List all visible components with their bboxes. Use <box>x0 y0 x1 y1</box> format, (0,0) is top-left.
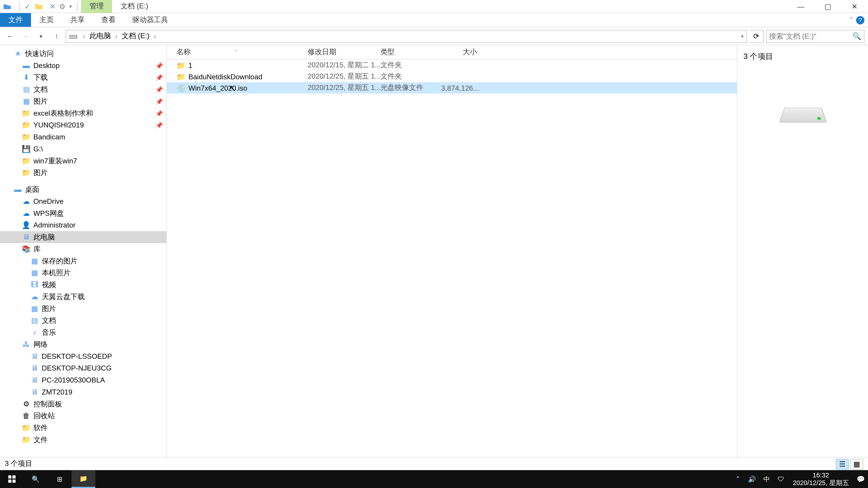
explorer-taskbar-button[interactable]: 📁 <box>71 470 95 488</box>
search-button[interactable]: 🔍 <box>24 470 48 488</box>
action-center-icon[interactable]: 💬 <box>854 470 868 488</box>
start-button[interactable] <box>0 470 24 488</box>
folder-icon: 📁 <box>22 108 31 118</box>
nav-tianyi[interactable]: ☁天翼云盘下载 <box>0 291 166 303</box>
tab-file[interactable]: 文件 <box>0 13 31 27</box>
svg-rect-0 <box>70 35 77 38</box>
nav-thispc[interactable]: 🖥此电脑 <box>0 231 166 243</box>
search-input[interactable] <box>769 32 862 40</box>
nav-videos[interactable]: 🎞视频 <box>0 279 166 291</box>
nav-admin[interactable]: 👤Administrator <box>0 219 166 231</box>
address-dropdown-icon[interactable]: ▾ <box>741 33 744 39</box>
nav-gdrive[interactable]: 💾G:\ <box>0 143 166 155</box>
minimize-button[interactable]: — <box>787 0 814 13</box>
qat-checkbox-icon[interactable]: ✓ <box>24 2 30 10</box>
search-box[interactable]: 🔍 <box>766 30 864 43</box>
nav-libraries[interactable]: 📚库 <box>0 243 166 255</box>
crumb-drive[interactable]: 文档 (E:) <box>120 30 151 42</box>
breadcrumb[interactable]: › 此电脑 › 文档 (E:) › ▾ <box>66 30 747 43</box>
cloud-icon: ☁ <box>22 197 31 206</box>
tab-home[interactable]: 主页 <box>31 13 62 27</box>
forward-button[interactable]: → <box>19 30 32 43</box>
column-name[interactable]: 名称 ˄ <box>177 47 308 57</box>
file-row[interactable]: 📁BaiduNetdiskDownload2020/12/25, 星期五 1..… <box>167 71 737 82</box>
nav-network[interactable]: 🖧网络 <box>0 338 166 350</box>
nav-pictures[interactable]: ▦图片📌 <box>0 95 166 107</box>
security-icon[interactable]: 🛡 <box>774 470 788 488</box>
clock[interactable]: 16:32 2020/12/25, 星期五 <box>788 471 854 487</box>
folder-icon: 📁 <box>22 121 31 130</box>
nav-wps[interactable]: ☁WPS网盘 <box>0 207 166 219</box>
nav-saved-pics[interactable]: ▦保存的图片 <box>0 255 166 267</box>
nav-lib-music[interactable]: ♪音乐 <box>0 326 166 338</box>
nav-software[interactable]: 📁软件 <box>0 422 166 434</box>
tab-drive-tools[interactable]: 驱动器工具 <box>124 13 177 27</box>
nav-downloads[interactable]: ⬇下载📌 <box>0 71 166 84</box>
view-icons-button[interactable]: ▦ <box>850 458 863 469</box>
library-icon: 📚 <box>22 244 31 254</box>
nav-yunqishi[interactable]: 📁YUNQISHI2019📌 <box>0 119 166 131</box>
file-row[interactable]: 📁12020/12/15, 星期二 1...文件夹 <box>167 60 737 71</box>
recent-dropdown[interactable]: ▾ <box>35 30 48 43</box>
back-button[interactable]: ← <box>4 30 17 43</box>
crumb-thispc[interactable]: 此电脑 <box>88 30 113 42</box>
folder-icon: 📁 <box>22 168 31 177</box>
nav-bandicam[interactable]: 📁Bandicam <box>0 131 166 143</box>
nav-lib-documents[interactable]: ▤文档 <box>0 315 166 327</box>
nav-desktop2[interactable]: ▬桌面 <box>0 184 166 195</box>
tray-overflow-icon[interactable]: ˄ <box>731 470 745 488</box>
ribbon-expand-icon[interactable]: ˇ <box>850 16 852 24</box>
pin-icon: 📌 <box>156 62 163 69</box>
chevron-right-icon[interactable]: › <box>152 32 157 40</box>
view-details-button[interactable]: ☰ <box>836 458 849 469</box>
file-name: BaiduNetdiskDownload <box>188 72 307 80</box>
contextual-tab[interactable]: 管理 <box>81 0 112 13</box>
qat-close-icon[interactable]: ✕ <box>50 2 55 10</box>
help-icon[interactable]: ? <box>856 16 864 24</box>
nav-camera-roll[interactable]: ▦本机照片 <box>0 267 166 279</box>
nav-win7[interactable]: 📁win7重装win7 <box>0 155 166 167</box>
maximize-button[interactable]: ▢ <box>814 0 841 13</box>
nav-pc1[interactable]: 🖥DESKTOP-LSSOEDP <box>0 350 166 362</box>
pc-icon: 🖥 <box>30 387 39 397</box>
nav-lib-pictures[interactable]: ▦图片 <box>0 303 166 315</box>
volume-icon[interactable]: 🔊 <box>745 470 759 488</box>
qat-dropdown-icon[interactable]: ▾ <box>69 3 72 9</box>
nav-files[interactable]: 📁文件 <box>0 434 166 446</box>
taskbar: 🔍 ⊞ 📁 ˄ 🔊 中 🛡 16:32 2020/12/25, 星期五 💬 <box>0 470 868 488</box>
nav-pc4[interactable]: 🖥ZMT2019 <box>0 386 166 398</box>
nav-pc3[interactable]: 🖥PC-20190530OBLA <box>0 374 166 386</box>
column-size[interactable]: 大小 <box>441 47 477 57</box>
nav-excel[interactable]: 📁excel表格制作求和📌 <box>0 107 166 119</box>
desktop-icon: ▬ <box>13 185 23 194</box>
tab-view[interactable]: 查看 <box>93 13 124 27</box>
nav-onedrive[interactable]: ☁OneDrive <box>0 195 166 207</box>
file-rows[interactable]: 📁12020/12/15, 星期二 1...文件夹📁BaiduNetdiskDo… <box>167 60 737 457</box>
up-button[interactable]: ↑ <box>50 30 63 43</box>
document-icon: ▤ <box>22 85 31 94</box>
qat-folder-icon[interactable] <box>34 2 43 11</box>
chevron-right-icon[interactable]: › <box>114 32 119 40</box>
task-view-button[interactable]: ⊞ <box>48 470 71 488</box>
nav-quick-access[interactable]: ★快速访问 <box>0 48 166 60</box>
chevron-right-icon[interactable]: › <box>82 32 86 40</box>
music-icon: ♪ <box>30 328 39 337</box>
nav-control-panel[interactable]: ⚙控制面板 <box>0 398 166 410</box>
close-button[interactable]: ✕ <box>841 0 868 13</box>
nav-recycle[interactable]: 🗑回收站 <box>0 410 166 422</box>
navigation-pane[interactable]: ★快速访问 ▬Desktop📌 ⬇下载📌 ▤文档📌 ▦图片📌 📁excel表格制… <box>0 45 167 457</box>
ime-icon[interactable]: 中 <box>760 470 774 488</box>
refresh-button[interactable]: ⟳ <box>749 30 764 43</box>
nav-desktop[interactable]: ▬Desktop📌 <box>0 60 166 72</box>
column-type[interactable]: 类型 <box>380 47 441 57</box>
tab-share[interactable]: 共享 <box>62 13 93 27</box>
search-icon[interactable]: 🔍 <box>852 32 862 40</box>
drive-graphic-icon <box>779 107 827 123</box>
nav-pc2[interactable]: 🖥DESKTOP-NJEU3CG <box>0 362 166 375</box>
nav-pictures2[interactable]: 📁图片 <box>0 167 166 179</box>
column-date[interactable]: 修改日期 <box>308 47 380 57</box>
svg-rect-4 <box>12 480 16 483</box>
qat-settings-icon[interactable]: ⚙ <box>59 2 66 10</box>
file-row[interactable]: 💿Win7x64_2020.iso2020/12/25, 星期五 1...光盘映… <box>167 82 737 94</box>
nav-documents[interactable]: ▤文档📌 <box>0 84 166 95</box>
